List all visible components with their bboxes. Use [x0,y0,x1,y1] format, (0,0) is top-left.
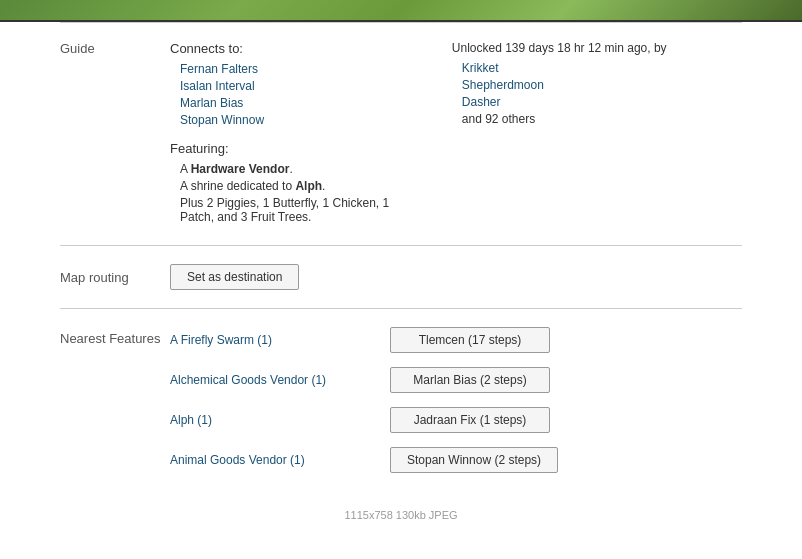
location-banner [0,0,802,22]
map-routing-section: Map routing Set as destination [0,246,802,308]
nearest-feature-firefly[interactable]: A Firefly Swarm (1) [170,333,370,347]
nearest-feature-alph[interactable]: Alph (1) [170,413,370,427]
connects-fernan-falters[interactable]: Fernan Falters [170,62,412,76]
featuring-heading: Featuring: [170,141,412,156]
unlocker-dasher[interactable]: Dasher [452,95,742,109]
unlock-text: Unlocked 139 days 18 hr 12 min ago, by [452,41,742,55]
featuring-item-2: A shrine dedicated to Alph. [170,179,412,193]
guide-section: Guide Connects to: Fernan Falters Isalan… [0,23,802,245]
image-footer: 1115x758 130kb JPEG [0,505,802,525]
nearest-row-1: Alchemical Goods Vendor (1) Marlan Bias … [170,367,742,393]
connects-to-column: Connects to: Fernan Falters Isalan Inter… [170,41,412,227]
nearest-features-section: Nearest Features A Firefly Swarm (1) Tle… [0,309,802,505]
unlocker-shepherdmoon[interactable]: Shepherdmoon [452,78,742,92]
nearest-feature-alchemical[interactable]: Alchemical Goods Vendor (1) [170,373,370,387]
route-btn-stopan[interactable]: Stopan Winnow (2 steps) [390,447,558,473]
nearest-features-content: A Firefly Swarm (1) Tlemcen (17 steps) A… [170,327,742,487]
nearest-features-label: Nearest Features [60,327,170,487]
route-btn-jadraan[interactable]: Jadraan Fix (1 steps) [390,407,550,433]
connects-isalan-interval[interactable]: Isalan Interval [170,79,412,93]
unlocker-krikket[interactable]: Krikket [452,61,742,75]
route-btn-tlemcen[interactable]: Tlemcen (17 steps) [390,327,550,353]
featuring-item-1: A Hardware Vendor. [170,162,412,176]
nearest-row-2: Alph (1) Jadraan Fix (1 steps) [170,407,742,433]
map-routing-label: Map routing [60,270,170,285]
connects-marlan-bias[interactable]: Marlan Bias [170,96,412,110]
connects-stopan-winnow[interactable]: Stopan Winnow [170,113,412,127]
featuring-item-3: Plus 2 Piggies, 1 Butterfly, 1 Chicken, … [170,196,412,224]
connects-to-heading: Connects to: [170,41,412,56]
nearest-feature-animal[interactable]: Animal Goods Vendor (1) [170,453,370,467]
nearest-row-0: A Firefly Swarm (1) Tlemcen (17 steps) [170,327,742,353]
featuring-section: Featuring: A Hardware Vendor. A shrine d… [170,141,412,224]
guide-label: Guide [60,41,170,227]
route-btn-marlan[interactable]: Marlan Bias (2 steps) [390,367,550,393]
unlocked-column: Unlocked 139 days 18 hr 12 min ago, by K… [452,41,742,227]
guide-content: Connects to: Fernan Falters Isalan Inter… [170,41,742,227]
and-others-text: and 92 others [452,112,742,126]
set-destination-button[interactable]: Set as destination [170,264,299,290]
nearest-row-3: Animal Goods Vendor (1) Stopan Winnow (2… [170,447,742,473]
